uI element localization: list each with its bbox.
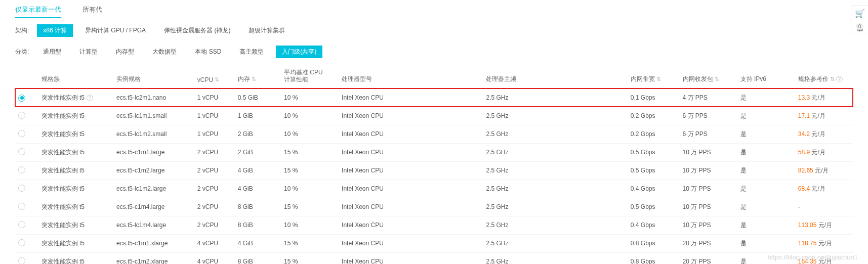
cell-intranet-bw: 0.5 Gbps — [628, 198, 680, 216]
cat-entry-shared[interactable]: 入门级(共享) — [276, 46, 322, 58]
table-row[interactable]: 突发性能实例 t5ecs.t5-lc1m1.small1 vCPU1 GiB10… — [15, 107, 853, 125]
cell-family: 突发性能实例 t5 — [42, 148, 85, 157]
row-radio[interactable] — [18, 166, 25, 173]
col-intranet-bw[interactable]: 内网带宽 — [631, 75, 655, 83]
cell-price-unit: 元/月 — [810, 185, 825, 192]
cell-price-number: 164.35 — [798, 258, 817, 264]
cell-ipv6: 是 — [737, 234, 795, 252]
col-price[interactable]: 规格参考价 — [798, 75, 829, 83]
cell-cpu-clock: 2.5 GHz — [483, 216, 627, 234]
table-row[interactable]: 突发性能实例 t5ecs.t5-lc1m4.large2 vCPU8 GiB10… — [15, 216, 853, 234]
cat-general[interactable]: 通用型 — [37, 46, 67, 58]
row-radio[interactable] — [18, 239, 25, 246]
table-header: 规格族 实例规格 vCPU⇅ 内存⇅ 平均基准 CPU 计算性能 处理器型号 处… — [15, 64, 853, 89]
cell-ipv6: 是 — [737, 107, 795, 125]
arch-x86[interactable]: x86 计算 — [37, 24, 73, 37]
row-radio[interactable] — [18, 148, 25, 155]
cell-intranet-bw: 0.4 Gbps — [628, 216, 680, 234]
col-memory[interactable]: 内存 — [238, 75, 250, 83]
sort-icon[interactable]: ⇅ — [830, 76, 835, 82]
table-row[interactable]: 突发性能实例 t5 ?ecs.t5-lc2m1.nano1 vCPU0.5 Gi… — [15, 89, 853, 107]
col-vcpu[interactable]: vCPU — [197, 76, 213, 83]
cell-ipv6: 是 — [737, 252, 795, 264]
cell-cpu-model: Intel Xeon CPU — [339, 107, 483, 125]
cell-vcpu: 1 vCPU — [194, 125, 235, 143]
table-row[interactable]: 突发性能实例 t5ecs.t5-lc1m2.large2 vCPU4 GiB10… — [15, 180, 853, 198]
tab-latest-gen[interactable]: 仅显示最新一代 — [15, 2, 61, 18]
cell-pps: 10 万 PPS — [680, 216, 737, 234]
category-label: 分类: — [15, 48, 29, 56]
cat-local-ssd[interactable]: 本地 SSD — [189, 46, 227, 58]
help-icon[interactable]: ? — [836, 76, 843, 82]
sort-icon[interactable]: ⇅ — [215, 76, 219, 83]
col-family[interactable]: 规格族 — [42, 75, 60, 83]
col-ipv6[interactable]: 支持 IPv6 — [740, 75, 766, 83]
cell-memory: 8 GiB — [235, 252, 281, 264]
col-pps[interactable]: 内网收发包 — [683, 75, 713, 83]
table-row[interactable]: 突发性能实例 t5ecs.t5-c1m1.xlarge4 vCPU4 GiB15… — [15, 234, 853, 252]
row-radio[interactable] — [18, 185, 25, 192]
arch-supercomputing[interactable]: 超级计算集群 — [242, 24, 291, 37]
cell-vcpu: 2 vCPU — [194, 198, 235, 216]
cell-ipv6: 是 — [737, 180, 795, 198]
shopping-cart-panel[interactable]: 🛒 购物车 0 — [851, 5, 868, 33]
cell-cpu-clock: 2.5 GHz — [483, 107, 627, 125]
help-icon[interactable]: ? — [87, 95, 93, 101]
table-row[interactable]: 突发性能实例 t5ecs.t5-c1m1.large2 vCPU2 GiB15 … — [15, 143, 853, 161]
cell-spec: ecs.t5-lc1m4.large — [113, 216, 194, 234]
col-cpu-model[interactable]: 处理器型号 — [342, 75, 372, 83]
sort-icon[interactable]: ⇅ — [715, 76, 719, 82]
cell-memory: 2 GiB — [235, 125, 281, 143]
arch-gpu[interactable]: 异构计算 GPU / FPGA — [79, 24, 152, 37]
cell-baseline: 15 % — [281, 234, 339, 252]
cell-pps: 20 万 PPS — [680, 234, 737, 252]
sort-icon[interactable]: ⇅ — [252, 76, 256, 82]
cell-ipv6: 是 — [737, 198, 795, 216]
row-radio[interactable] — [18, 130, 25, 137]
table-row[interactable]: 突发性能实例 t5ecs.t5-c1m2.xlarge4 vCPU8 GiB15… — [15, 252, 853, 264]
cell-intranet-bw: 0.1 Gbps — [628, 89, 680, 107]
cell-ipv6: 是 — [737, 89, 795, 107]
cell-pps: 10 万 PPS — [680, 198, 737, 216]
row-radio[interactable] — [18, 203, 25, 210]
cell-cpu-clock: 2.5 GHz — [483, 143, 627, 161]
cell-memory: 1 GiB — [235, 107, 281, 125]
cell-price-number: 58.9 — [798, 149, 810, 156]
col-baseline-cpu[interactable]: 平均基准 CPU 计算性能 — [284, 69, 323, 83]
cell-cpu-model: Intel Xeon CPU — [339, 89, 483, 107]
cell-memory: 2 GiB — [235, 143, 281, 161]
cell-baseline: 10 % — [281, 107, 339, 125]
cell-price-unit: 元/月 — [816, 240, 832, 247]
cat-bigdata[interactable]: 大数据型 — [146, 46, 183, 58]
cell-memory: 8 GiB — [235, 198, 281, 216]
cat-memory[interactable]: 内存型 — [110, 46, 140, 58]
generation-tabs: 仅显示最新一代 所有代 — [0, 0, 868, 18]
category-filter-row: 分类: 通用型 计算型 内存型 大数据型 本地 SSD 高主频型 入门级(共享) — [0, 39, 868, 61]
cat-compute[interactable]: 计算型 — [73, 46, 104, 58]
cell-memory: 8 GiB — [235, 216, 281, 234]
row-radio[interactable] — [18, 221, 25, 228]
arch-bare-metal[interactable]: 弹性裸金属服务器 (神龙) — [158, 24, 236, 37]
col-cpu-clock[interactable]: 处理器主频 — [486, 75, 516, 83]
cell-price: - — [798, 203, 800, 210]
cell-cpu-model: Intel Xeon CPU — [339, 180, 483, 198]
row-radio[interactable] — [18, 95, 25, 102]
cell-price-number: 68.4 — [798, 185, 810, 192]
col-spec[interactable]: 实例规格 — [116, 75, 141, 83]
table-row[interactable]: 突发性能实例 t5ecs.t5-lc1m2.small1 vCPU2 GiB10… — [15, 125, 853, 143]
cell-baseline: 15 % — [281, 198, 339, 216]
cell-spec: ecs.t5-lc1m2.large — [113, 180, 194, 198]
cell-ipv6: 是 — [737, 125, 795, 143]
row-radio[interactable] — [18, 257, 25, 264]
sort-icon[interactable]: ⇅ — [656, 76, 661, 82]
table-row[interactable]: 突发性能实例 t5ecs.t5-c1m4.large2 vCPU8 GiB15 … — [15, 198, 853, 216]
cell-memory: 4 GiB — [235, 161, 281, 180]
tab-all-gen[interactable]: 所有代 — [82, 2, 102, 18]
table-row[interactable]: 突发性能实例 t5ecs.t5-c1m2.large2 vCPU4 GiB15 … — [15, 161, 853, 180]
cat-high-clock[interactable]: 高主频型 — [233, 46, 270, 58]
cell-price-unit: 元/月 — [810, 94, 825, 101]
cell-spec: ecs.t5-c1m2.large — [113, 161, 194, 180]
cell-spec: ecs.t5-lc1m2.small — [113, 125, 194, 143]
row-radio[interactable] — [18, 112, 25, 119]
cell-price-number: 82.65 — [798, 167, 813, 174]
